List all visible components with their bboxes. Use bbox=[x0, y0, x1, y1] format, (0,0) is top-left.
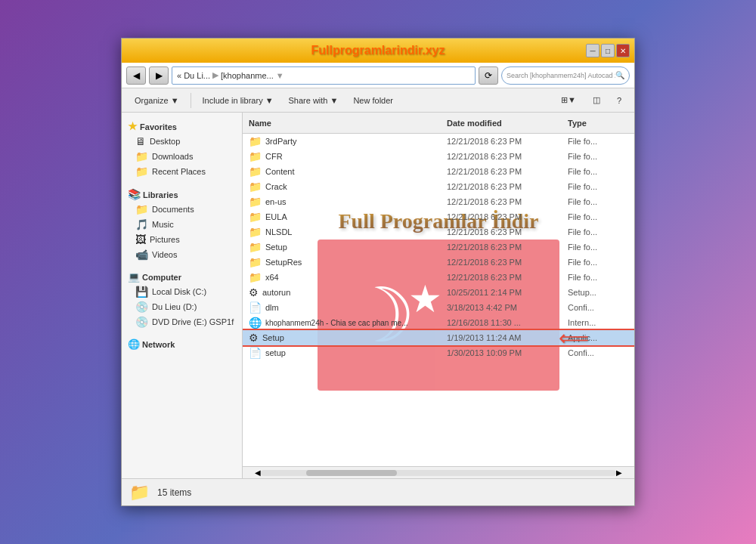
folder-icon: 📁 bbox=[249, 211, 262, 223]
scroll-left-btn[interactable]: ◀ bbox=[255, 468, 261, 477]
table-row[interactable]: 📁 SetupRes 12/21/2018 6:23 PM File fo... bbox=[243, 255, 634, 270]
scroll-right-btn[interactable]: ▶ bbox=[616, 468, 622, 477]
table-row[interactable]: 📁 CFR 12/21/2018 6:23 PM File fo... bbox=[243, 149, 634, 164]
autorun-icon: ⚙ bbox=[249, 286, 259, 298]
path-part2: [khophanme... bbox=[221, 71, 274, 80]
favorites-section: ★ Favorites 🖥 Desktop 📁 Downloads 📁 Rece… bbox=[122, 117, 242, 179]
share-with-button[interactable]: Share with ▼ bbox=[282, 91, 345, 110]
network-title[interactable]: 🌐 Network bbox=[122, 335, 242, 351]
sidebar-item-pictures[interactable]: 🖼 Pictures bbox=[122, 232, 242, 247]
sidebar-item-recent-places[interactable]: 📁 Recent Places bbox=[122, 164, 242, 179]
table-row[interactable]: 📁 3rdParty 12/21/2018 6:23 PM File fo... bbox=[243, 134, 634, 149]
file-type: File fo... bbox=[568, 137, 628, 146]
help-button[interactable]: ? bbox=[610, 91, 628, 110]
music-icon: 🎵 bbox=[135, 218, 148, 230]
file-type: Setup... bbox=[568, 288, 628, 297]
search-box[interactable]: Search [khophanmem24h] Autocad 20... 🔍 bbox=[501, 66, 630, 85]
refresh-button[interactable]: ⟳ bbox=[479, 66, 498, 85]
forward-button[interactable]: ▶ bbox=[149, 66, 169, 85]
folder-icon: 📁 bbox=[249, 271, 262, 283]
pictures-icon: 🖼 bbox=[135, 233, 146, 246]
file-name: EULA bbox=[265, 212, 447, 221]
computer-title: 💻 Computer bbox=[122, 268, 242, 284]
folder-icon: 📁 bbox=[249, 241, 262, 253]
computer-icon: 💻 bbox=[128, 271, 140, 283]
file-name: setup bbox=[265, 348, 447, 357]
back-button[interactable]: ◀ bbox=[126, 66, 146, 85]
horizontal-scrollbar[interactable]: ◀ ▶ bbox=[243, 466, 634, 478]
documents-icon: 📁 bbox=[135, 203, 148, 215]
address-bar: ◀ ▶ « Du Li... ▶ [khophanme... ▼ ⟳ Searc… bbox=[122, 63, 634, 88]
file-date: 12/21/2018 6:23 PM bbox=[447, 243, 568, 252]
file-name: SetupRes bbox=[265, 258, 447, 267]
col-date-header[interactable]: Date modified bbox=[447, 119, 568, 128]
table-row[interactable]: 📄 dlm 3/18/2013 4:42 PM Confi... bbox=[243, 300, 634, 315]
share-chevron: ▼ bbox=[330, 96, 339, 105]
table-row[interactable]: 📁 Crack 12/21/2018 6:23 PM File fo... bbox=[243, 179, 634, 194]
preview-button[interactable]: ◫ bbox=[586, 91, 607, 110]
file-name: Crack bbox=[265, 182, 447, 191]
file-type: File fo... bbox=[568, 227, 628, 236]
dlm-icon: 📄 bbox=[249, 301, 262, 314]
table-row[interactable]: 📁 Content 12/21/2018 6:23 PM File fo... bbox=[243, 164, 634, 179]
file-type: Confi... bbox=[568, 348, 628, 357]
table-row[interactable]: 📁 en-us 12/21/2018 6:23 PM File fo... bbox=[243, 194, 634, 209]
star-icon: ★ bbox=[128, 120, 138, 132]
table-row[interactable]: 📁 EULA 12/21/2018 6:23 PM File fo... bbox=[243, 209, 634, 224]
new-folder-label: New folder bbox=[353, 96, 393, 105]
toolbar-separator-1 bbox=[191, 93, 191, 108]
table-row[interactable]: ⚙ autorun 10/25/2011 2:14 PM Setup... bbox=[243, 285, 634, 300]
table-row[interactable]: 📁 x64 12/21/2018 6:23 PM File fo... bbox=[243, 270, 634, 285]
setup-exe-row[interactable]: ⚙ Setup 1/19/2013 11:24 AM Applic... ⟸ bbox=[243, 330, 634, 345]
dvd-icon: 💿 bbox=[135, 316, 148, 328]
file-date: 3/18/2013 4:42 PM bbox=[447, 303, 568, 312]
file-date: 1/19/2013 11:24 AM bbox=[447, 333, 568, 342]
file-type: File fo... bbox=[568, 167, 628, 176]
folder-icon: 📁 bbox=[249, 196, 262, 208]
new-folder-button[interactable]: New folder bbox=[346, 91, 400, 110]
col-name-header[interactable]: Name bbox=[249, 119, 447, 128]
sidebar-item-local-disk[interactable]: 💾 Local Disk (C:) bbox=[122, 284, 242, 299]
col-type-header[interactable]: Type bbox=[568, 119, 628, 128]
downloads-icon: 📁 bbox=[135, 150, 148, 162]
file-type: Confi... bbox=[568, 303, 628, 312]
file-name: khophanmem24h - Chia se cac phan me... bbox=[265, 319, 447, 327]
status-bar: 📁 15 items bbox=[122, 478, 634, 505]
local-disk-icon: 💾 bbox=[135, 286, 148, 298]
recent-places-icon: 📁 bbox=[135, 165, 148, 178]
search-icon[interactable]: 🔍 bbox=[615, 71, 624, 79]
setup-icon: ⚙ bbox=[249, 332, 259, 344]
address-path[interactable]: « Du Li... ▶ [khophanme... ▼ bbox=[172, 66, 476, 85]
item-count: 15 items bbox=[157, 487, 191, 498]
minimize-button[interactable]: ─ bbox=[586, 44, 600, 57]
folder-icon: 📁 bbox=[249, 226, 262, 238]
scroll-thumb[interactable] bbox=[306, 470, 397, 476]
content-header: Name Date modified Type bbox=[243, 113, 634, 134]
table-row[interactable]: 📁 NLSDL 12/21/2018 6:23 PM File fo... bbox=[243, 224, 634, 240]
explorer-window: Fullprogramlarindir.xyz ─ □ ✕ ◀ ▶ « Du L… bbox=[121, 38, 635, 506]
path-arrow: ▶ bbox=[212, 70, 218, 80]
table-row[interactable]: 📁 Setup 12/21/2018 6:23 PM File fo... bbox=[243, 240, 634, 255]
main-area: ★ Favorites 🖥 Desktop 📁 Downloads 📁 Rece… bbox=[122, 113, 634, 478]
maximize-button[interactable]: □ bbox=[601, 44, 615, 57]
file-name: CFR bbox=[265, 152, 447, 161]
file-date: 12/21/2018 6:23 PM bbox=[447, 182, 568, 191]
sidebar-item-music[interactable]: 🎵 Music bbox=[122, 217, 242, 232]
desktop-icon: 🖥 bbox=[135, 135, 146, 147]
sidebar-item-documents[interactable]: 📁 Documents bbox=[122, 202, 242, 217]
include-library-button[interactable]: Include in library ▼ bbox=[196, 91, 280, 110]
scroll-track bbox=[261, 470, 616, 476]
sidebar-item-downloads[interactable]: 📁 Downloads bbox=[122, 149, 242, 164]
window-title: Fullprogramlarindir.xyz bbox=[311, 44, 445, 57]
close-button[interactable]: ✕ bbox=[616, 44, 630, 57]
sidebar-item-du-lieu[interactable]: 💿 Du Lieu (D:) bbox=[122, 299, 242, 314]
path-dropdown[interactable]: ▼ bbox=[276, 71, 284, 80]
toolbar-views: ⊞▼ ◫ ? bbox=[554, 91, 628, 110]
sidebar-item-dvd-drive[interactable]: 💿 DVD Drive (E:) GSP1f bbox=[122, 314, 242, 329]
sidebar-item-videos[interactable]: 📹 Videos bbox=[122, 247, 242, 262]
table-row[interactable]: 📄 setup 1/30/2013 10:09 PM Confi... bbox=[243, 345, 634, 360]
sidebar-item-desktop[interactable]: 🖥 Desktop bbox=[122, 134, 242, 149]
organize-button[interactable]: Organize ▼ bbox=[128, 91, 186, 110]
search-placeholder: Search [khophanmem24h] Autocad 20... bbox=[507, 72, 615, 79]
views-button[interactable]: ⊞▼ bbox=[554, 91, 583, 110]
